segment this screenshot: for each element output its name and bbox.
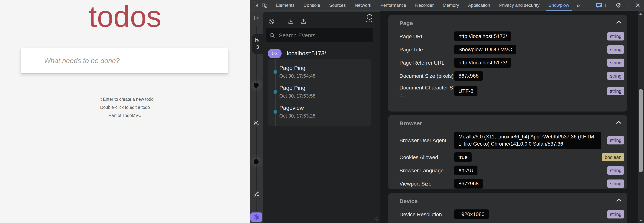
- database-icon[interactable]: [253, 120, 260, 127]
- collapse-section-icon[interactable]: [616, 198, 622, 202]
- search-events-bar[interactable]: [266, 28, 373, 42]
- value-chip[interactable]: 867x968: [454, 179, 483, 188]
- tree-list-icon: [255, 38, 260, 43]
- event-group-label: localhost:5173/: [287, 50, 326, 57]
- devtools-window: ElementsConsoleSourcesNetworkPerformance…: [250, 0, 644, 223]
- tab-recorder[interactable]: Recorder: [411, 0, 438, 11]
- value-chip[interactable]: http://localhost:5173/: [454, 58, 511, 68]
- scrollbar-up-arrow[interactable]: [639, 13, 642, 15]
- export-upload-icon[interactable]: [300, 18, 307, 25]
- search-events-input[interactable]: [278, 32, 369, 39]
- events-toolbar: ⋯: [263, 15, 380, 28]
- devtools-toolbar: ElementsConsoleSourcesNetworkPerformance…: [250, 0, 644, 11]
- detail-label: Page Title: [400, 46, 454, 53]
- close-devtools-icon[interactable]: ×: [634, 1, 642, 10]
- event-item[interactable]: PageviewOct 30, 17:53:28: [268, 103, 371, 124]
- new-todo-box: [21, 48, 228, 73]
- event-name: Pageview: [279, 103, 371, 111]
- detail-row: Page URLhttp://localhost:5173/string: [400, 30, 622, 43]
- events-panel: ⋯ 03 localhost:5173/ Page PingOct 30, 17…: [263, 12, 380, 223]
- kebab-menu-icon[interactable]: ⋮: [624, 2, 632, 9]
- collapse-group-icon[interactable]: [366, 14, 373, 20]
- detail-row: Document Character SetUTF-8string: [400, 82, 622, 100]
- journey-branch-icon[interactable]: [253, 191, 260, 197]
- event-dot-icon: [274, 70, 277, 74]
- events-toolbar-divider: [281, 17, 281, 26]
- devtools-tabs: ElementsConsoleSourcesNetworkPerformance…: [271, 0, 574, 11]
- type-badge: string: [607, 166, 624, 175]
- event-item[interactable]: Page PingOct 30, 17:53:58: [268, 84, 371, 103]
- inspect-element-icon[interactable]: [252, 1, 260, 10]
- toolbar-divider: [611, 2, 611, 9]
- section-device: DeviceDevice Resolution1920x1080string: [388, 193, 627, 223]
- detail-row: Device Resolution1920x1080string: [400, 208, 622, 221]
- event-timestamp: Oct 30, 17:53:58: [279, 93, 371, 99]
- value-chip[interactable]: Mozilla/5.0 (X11; Linux x86_64) AppleWeb…: [454, 132, 601, 149]
- event-timestamp: Oct 30, 17:54:48: [279, 73, 371, 79]
- rail-node-dot[interactable]: [254, 83, 259, 88]
- type-badge: string: [607, 72, 624, 80]
- todo-app-title: todos: [0, 2, 250, 31]
- device-toolbar-icon[interactable]: [260, 1, 269, 10]
- events-list-card: Page PingOct 30, 17:54:48Page PingOct 30…: [268, 59, 371, 126]
- event-group-header[interactable]: 03 localhost:5173/: [268, 49, 375, 58]
- detail-label: Device Resolution: [400, 211, 454, 218]
- type-badge: string: [607, 45, 624, 54]
- collapse-section-icon[interactable]: [616, 20, 622, 24]
- hint-edit: Double-click to edit a todo: [0, 103, 250, 112]
- tab-network[interactable]: Network: [350, 0, 376, 11]
- rail-node-dot[interactable]: [254, 159, 259, 164]
- tab-memory[interactable]: Memory: [438, 0, 464, 11]
- tab-sources[interactable]: Sources: [325, 0, 350, 11]
- value-chip[interactable]: http://localhost:5173/: [454, 32, 511, 41]
- event-name: Page Ping: [279, 64, 371, 71]
- event-dot-icon: [274, 90, 277, 94]
- type-badge: string: [607, 87, 624, 95]
- rail-timeline-dashed: [256, 198, 256, 211]
- value-chip[interactable]: 1920x1080: [454, 209, 489, 219]
- detail-label: Page URL: [400, 33, 454, 40]
- more-tabs-icon[interactable]: »: [574, 2, 583, 9]
- details-scrollbar[interactable]: [638, 11, 644, 223]
- value-chip[interactable]: 867x968: [454, 71, 483, 81]
- type-badge: boolean: [602, 153, 624, 161]
- settings-gear-icon[interactable]: ⚙: [614, 2, 622, 9]
- detail-label: Browser Language: [400, 167, 454, 174]
- scrollbar-thumb[interactable]: [639, 89, 643, 172]
- tab-performance[interactable]: Performance: [376, 0, 410, 11]
- event-item[interactable]: Page PingOct 30, 17:54:48: [268, 64, 371, 84]
- collapse-section-icon[interactable]: [616, 121, 622, 124]
- new-todo-input[interactable]: [21, 48, 228, 73]
- detail-row: Browser Languageen-AUstring: [400, 164, 622, 177]
- section-rows: Device Resolution1920x1080string: [400, 208, 622, 223]
- todo-hints: Hit Enter to create a new todo Double-cl…: [0, 95, 250, 120]
- event-name: Page Ping: [279, 84, 371, 91]
- issues-chat-icon[interactable]: [595, 1, 603, 10]
- scrollbar-down-arrow[interactable]: [639, 220, 642, 221]
- section-page: PagePage URLhttp://localhost:5173/string…: [388, 15, 627, 112]
- import-download-icon[interactable]: [288, 18, 294, 25]
- value-chip[interactable]: UTF-8: [454, 86, 478, 96]
- value-chip[interactable]: Snowplow TODO MVC: [454, 45, 516, 54]
- tab-application[interactable]: Application: [464, 0, 494, 11]
- value-chip[interactable]: en-AU: [454, 166, 478, 175]
- tab-elements[interactable]: Elements: [271, 0, 299, 11]
- rail-events-tab[interactable]: 3: [252, 34, 263, 54]
- snowplow-rail: 3: [250, 11, 263, 223]
- tab-snowplow[interactable]: Snowplow: [544, 0, 574, 11]
- tab-privacy-and-security[interactable]: Privacy and security: [494, 0, 544, 11]
- type-badge: string: [607, 136, 624, 145]
- detail-label: Browser User Agent: [400, 137, 454, 144]
- toolbar-right: 1 ⚙ ⋮ ×: [595, 1, 642, 10]
- expand-panel-icon[interactable]: [253, 14, 260, 22]
- value-chip[interactable]: true: [454, 152, 472, 162]
- detail-row: Page Referrer URLhttp://localhost:5173/s…: [400, 56, 622, 69]
- detail-row: Browser User AgentMozilla/5.0 (X11; Linu…: [400, 130, 622, 151]
- detail-label: Document Character Set: [400, 84, 454, 98]
- panel-resize-handle[interactable]: [373, 216, 378, 221]
- snowplow-logo[interactable]: [250, 212, 262, 222]
- clear-events-icon[interactable]: [268, 18, 275, 25]
- detail-label: Page Referrer URL: [400, 59, 454, 66]
- tab-console[interactable]: Console: [299, 0, 325, 11]
- event-details-panel: PagePage URLhttp://localhost:5173/string…: [380, 11, 638, 223]
